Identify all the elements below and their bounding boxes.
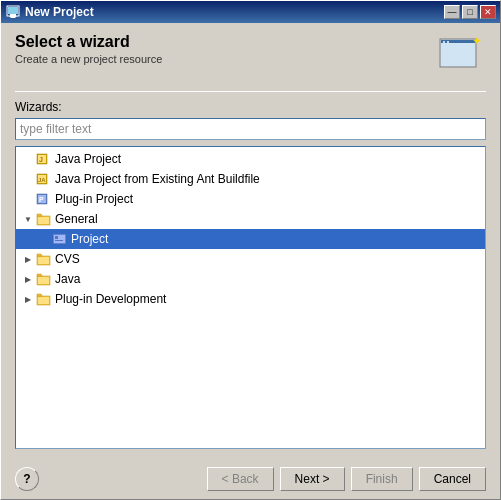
svg-rect-30 (38, 297, 49, 304)
tree-item-java-project[interactable]: J Java Project (16, 149, 485, 169)
header-text: Select a wizard Create a new project res… (15, 33, 162, 65)
help-button[interactable]: ? (15, 467, 39, 491)
tree-item-label-java-project: Java Project (55, 152, 121, 166)
window-controls: — □ ✕ (444, 5, 496, 19)
tree-item-label-cvs: CVS (55, 252, 80, 266)
cancel-button[interactable]: Cancel (419, 467, 486, 491)
folder-icon (36, 271, 52, 287)
new-project-window: New Project — □ ✕ Select a wizard Create… (0, 0, 501, 500)
tree-item-label-general: General (55, 212, 98, 226)
header-section: Select a wizard Create a new project res… (15, 33, 486, 83)
dialog-content: Select a wizard Create a new project res… (1, 23, 500, 459)
svg-text:JA: JA (38, 177, 46, 183)
svg-rect-7 (443, 41, 445, 43)
java-project-icon: J (36, 151, 52, 167)
svg-rect-2 (10, 14, 16, 16)
minimize-button[interactable]: — (444, 5, 460, 19)
tree-item-general[interactable]: General (16, 209, 485, 229)
svg-rect-28 (38, 277, 49, 284)
tree-item-java[interactable]: Java (16, 269, 485, 289)
tree-item-cvs[interactable]: CVS (16, 249, 485, 269)
finish-button[interactable]: Finish (351, 467, 413, 491)
tree-item-label-plugin-project: Plug-in Project (55, 192, 133, 206)
svg-rect-5 (441, 40, 475, 66)
next-button[interactable]: Next > (280, 467, 345, 491)
footer-right: < Back Next > Finish Cancel (207, 467, 486, 491)
window-icon (5, 4, 21, 20)
wizard-icon: ✦ (436, 33, 486, 83)
svg-marker-3 (9, 16, 17, 18)
expander-java[interactable] (20, 271, 36, 287)
tree-item-project[interactable]: Project (16, 229, 485, 249)
title-bar: New Project — □ ✕ (1, 1, 500, 23)
svg-rect-23 (55, 236, 58, 239)
svg-rect-1 (8, 7, 18, 14)
svg-text:J: J (39, 156, 43, 163)
svg-text:✦: ✦ (472, 34, 482, 48)
svg-rect-8 (447, 41, 449, 43)
dialog-title: Select a wizard (15, 33, 162, 51)
svg-rect-26 (38, 257, 49, 264)
window-title: New Project (25, 5, 444, 19)
folder-icon (36, 291, 52, 307)
filter-input[interactable] (15, 118, 486, 140)
separator (15, 91, 486, 92)
project-icon (52, 231, 68, 247)
dialog-footer: ? < Back Next > Finish Cancel (1, 459, 500, 499)
java-project-ant-icon: JA (36, 171, 52, 187)
svg-rect-24 (55, 240, 63, 241)
tree-item-label-project: Project (71, 232, 108, 246)
folder-icon (36, 211, 52, 227)
expander-plugin-development[interactable] (20, 291, 36, 307)
folder-icon (36, 251, 52, 267)
expander-general[interactable] (20, 211, 36, 227)
wizards-label: Wizards: (15, 100, 486, 114)
back-button[interactable]: < Back (207, 467, 274, 491)
tree-item-label-java-project-ant: Java Project from Existing Ant Buildfile (55, 172, 260, 186)
tree-item-plugin-development[interactable]: Plug-in Development (16, 289, 485, 309)
expander-cvs[interactable] (20, 251, 36, 267)
svg-rect-6 (441, 40, 475, 43)
svg-rect-20 (38, 217, 49, 224)
wizard-tree[interactable]: J Java Project JA Java Project from Exis… (15, 146, 486, 449)
dialog-subtitle: Create a new project resource (15, 53, 162, 65)
tree-item-plugin-project[interactable]: P Plug-in Project (16, 189, 485, 209)
svg-text:P: P (39, 196, 44, 203)
footer-left: ? (15, 467, 39, 491)
tree-item-java-project-ant[interactable]: JA Java Project from Existing Ant Buildf… (16, 169, 485, 189)
tree-item-label-plugin-development: Plug-in Development (55, 292, 166, 306)
maximize-button[interactable]: □ (462, 5, 478, 19)
plugin-project-icon: P (36, 191, 52, 207)
close-button[interactable]: ✕ (480, 5, 496, 19)
tree-item-label-java: Java (55, 272, 80, 286)
